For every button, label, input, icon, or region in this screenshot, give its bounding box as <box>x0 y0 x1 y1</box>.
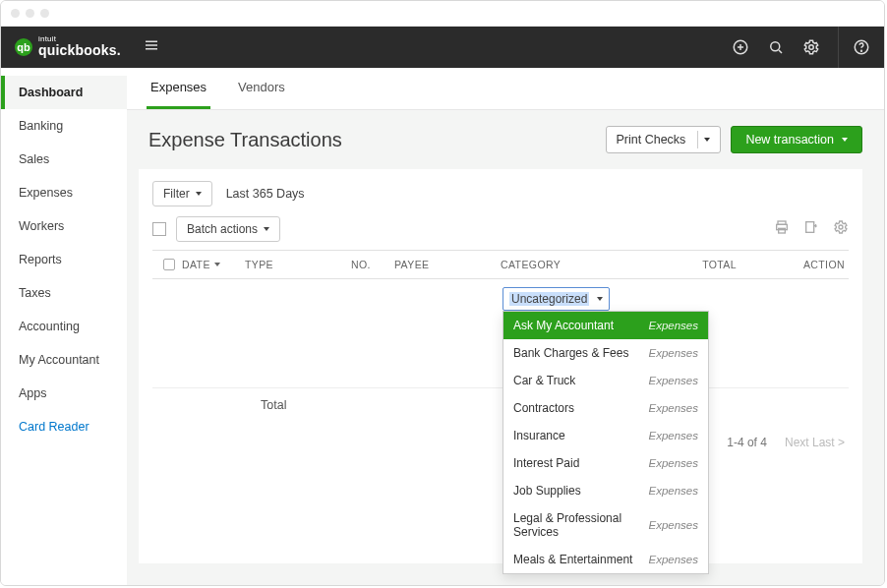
search-icon[interactable] <box>767 38 785 56</box>
topbar: qb intuit quickbooks. <box>1 27 884 68</box>
dropdown-item-meals-entertainment[interactable]: Meals & Entertainment Expenses <box>503 546 708 573</box>
filter-range-label: Last 365 Days <box>226 187 305 201</box>
dropdown-item-insurance[interactable]: Insurance Expenses <box>503 422 708 449</box>
tab-label: Vendors <box>238 80 285 94</box>
traffic-light-close[interactable] <box>11 9 20 18</box>
dd-type: Expenses <box>648 320 698 331</box>
filter-row: Filter Last 365 Days <box>152 181 849 206</box>
category-input[interactable]: Uncategorized <box>503 287 610 311</box>
sidebar-item-accounting[interactable]: Accounting <box>1 310 127 343</box>
pagination-range: 1-4 of 4 <box>727 436 767 449</box>
sort-desc-icon <box>214 263 220 266</box>
dd-type: Expenses <box>648 347 698 359</box>
tab-vendors[interactable]: Vendors <box>234 68 289 109</box>
chevron-down-icon <box>842 138 848 142</box>
batch-actions-button[interactable]: Batch actions <box>176 216 280 242</box>
svg-point-1 <box>771 42 780 51</box>
dd-type: Expenses <box>648 485 698 497</box>
category-dropdown: Ask My Accountant Expenses Bank Charges … <box>503 311 709 574</box>
dd-type: Expenses <box>648 430 698 441</box>
traffic-light-max[interactable] <box>40 9 49 18</box>
svg-point-4 <box>861 50 862 51</box>
export-icon[interactable] <box>803 219 819 239</box>
sidebar-item-label: Dashboard <box>19 86 83 99</box>
brand-text: intuit quickbooks. <box>38 36 121 58</box>
dd-type: Expenses <box>648 519 698 531</box>
new-transaction-button[interactable]: New transaction <box>731 126 862 153</box>
menu-toggle-icon[interactable] <box>143 36 160 58</box>
dropdown-item-legal-professional[interactable]: Legal & Professional Services Expenses <box>503 504 708 546</box>
dropdown-item-car-truck[interactable]: Car & Truck Expenses <box>503 367 708 394</box>
sidebar-item-label: Workers <box>19 219 64 233</box>
plus-icon[interactable] <box>732 38 749 56</box>
dd-label: Insurance <box>513 429 565 442</box>
qb-mark-icon: qb <box>15 38 32 56</box>
help-icon[interactable] <box>838 27 870 68</box>
dd-label: Meals & Entertainment <box>513 553 632 566</box>
pagination-next[interactable]: Next Last > <box>785 436 845 449</box>
svg-point-9 <box>839 225 843 229</box>
traffic-light-min[interactable] <box>26 9 34 18</box>
sidebar-item-banking[interactable]: Banking <box>1 109 127 143</box>
dd-label: Car & Truck <box>513 374 575 387</box>
brand-name: quickbooks. <box>38 42 121 58</box>
dd-label: Bank Charges & Fees <box>513 346 628 360</box>
dropdown-item-interest-paid[interactable]: Interest Paid Expenses <box>503 449 708 477</box>
dropdown-item-ask-accountant[interactable]: Ask My Accountant Expenses <box>503 312 708 339</box>
dd-label: Legal & Professional Services <box>513 511 648 539</box>
chevron-down-icon <box>704 138 710 142</box>
dd-type: Expenses <box>648 402 698 414</box>
sidebar-item-label: Sales <box>19 152 49 166</box>
print-checks-button[interactable]: Print Checks <box>606 126 722 153</box>
dd-label: Interest Paid <box>513 456 579 470</box>
print-icon[interactable] <box>774 219 790 239</box>
button-label: Print Checks <box>617 133 686 147</box>
dropdown-item-contractors[interactable]: Contractors Expenses <box>503 394 708 422</box>
sidebar-item-my-accountant[interactable]: My Accountant <box>1 343 127 377</box>
topbar-icons <box>732 27 870 68</box>
col-category[interactable]: CATEGORY <box>501 259 607 270</box>
sidebar-item-reports[interactable]: Reports <box>1 243 127 276</box>
dd-label: Job Supplies <box>513 484 581 498</box>
header-actions: Print Checks New transaction <box>606 126 862 153</box>
lead-checkbox-placeholder <box>152 222 166 236</box>
sidebar-item-sales[interactable]: Sales <box>1 143 127 176</box>
page-header: Expense Transactions Print Checks New tr… <box>127 110 884 169</box>
col-payee[interactable]: PAYEE <box>394 259 501 270</box>
select-all-checkbox[interactable] <box>156 259 182 270</box>
svg-point-2 <box>809 45 814 50</box>
sidebar-item-dashboard[interactable]: Dashboard <box>1 76 127 109</box>
sidebar-item-label: Accounting <box>19 320 80 333</box>
gear-icon[interactable] <box>802 38 820 56</box>
button-label: New transaction <box>745 133 834 147</box>
sidebar-item-expenses[interactable]: Expenses <box>1 176 127 209</box>
chevron-down-icon <box>196 192 202 196</box>
col-date[interactable]: DATE <box>182 259 245 270</box>
window-titlebar <box>1 1 884 27</box>
col-no[interactable]: NO. <box>351 259 394 270</box>
sidebar-item-card-reader[interactable]: Card Reader <box>1 410 127 443</box>
tab-expenses[interactable]: Expenses <box>147 68 210 109</box>
main-content: Expenses Vendors Expense Transactions Pr… <box>127 68 884 585</box>
sidebar-item-label: Reports <box>19 253 62 266</box>
sidebar-item-workers[interactable]: Workers <box>1 209 127 243</box>
col-type[interactable]: TYPE <box>245 259 351 270</box>
sidebar-item-label: Card Reader <box>19 420 89 434</box>
sidebar-item-apps[interactable]: Apps <box>1 377 127 410</box>
brand-logo: qb intuit quickbooks. <box>15 36 121 58</box>
col-action[interactable]: ACTION <box>756 259 845 270</box>
sidebar-item-taxes[interactable]: Taxes <box>1 276 127 310</box>
sidebar-item-label: My Accountant <box>19 353 99 367</box>
sidebar-item-label: Banking <box>19 119 63 133</box>
app-window: qb intuit quickbooks. <box>0 0 885 586</box>
col-total[interactable]: TOTAL <box>654 259 756 270</box>
dropdown-item-job-supplies[interactable]: Job Supplies Expenses <box>503 477 708 504</box>
filter-button[interactable]: Filter <box>152 181 212 206</box>
settings-icon[interactable] <box>833 219 849 239</box>
table-body: Uncategorized Ask My Accountant Expenses… <box>152 279 849 387</box>
dropdown-item-bank-charges[interactable]: Bank Charges & Fees Expenses <box>503 339 708 367</box>
dd-label: Contractors <box>513 401 574 415</box>
pagination-footer: 1-4 of 4 Next Last > <box>152 436 849 449</box>
table-header: DATE TYPE NO. PAYEE CATEGORY TOTAL ACTIO… <box>152 250 849 279</box>
sidebar-item-label: Apps <box>19 386 47 400</box>
